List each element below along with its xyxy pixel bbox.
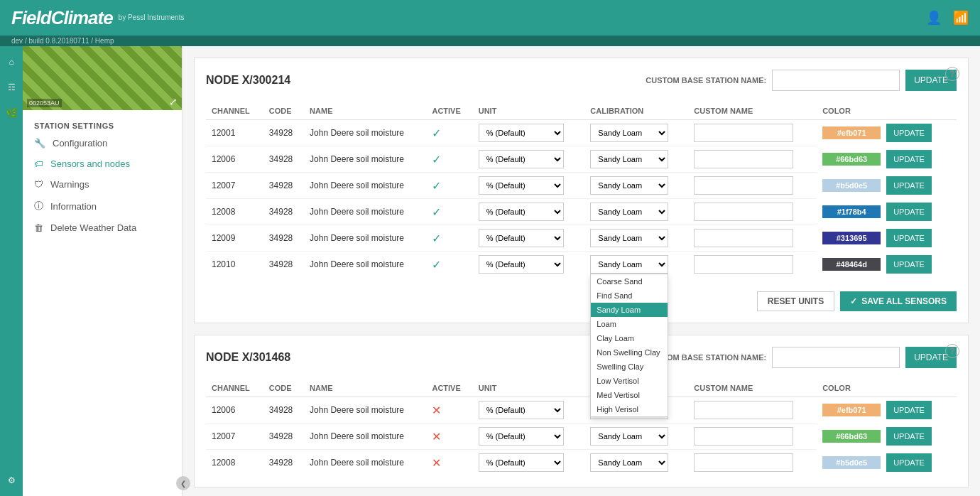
row-update-button[interactable]: UPDATE xyxy=(886,203,932,221)
color-swatch[interactable]: #b5d0e5 xyxy=(822,179,881,192)
color-swatch[interactable]: #66bd63 xyxy=(822,153,881,166)
calibration-select[interactable]: Sandy Loam xyxy=(590,427,668,446)
calibration-option[interactable]: Coarse Sand xyxy=(591,274,668,289)
sidebar-collapse-button[interactable]: ❮ xyxy=(176,476,190,490)
unit-select[interactable]: % (Default) xyxy=(479,203,564,221)
custom-name-input[interactable] xyxy=(694,229,793,247)
node2-custom-name-area: CUSTOM BASE STATION NAME: UPDATE xyxy=(646,347,957,368)
unit-select[interactable]: % (Default) xyxy=(479,124,564,142)
cell-unit: % (Default) xyxy=(473,120,585,146)
chart-icon[interactable]: ☶ xyxy=(1,77,21,97)
cell-code: 34928 xyxy=(263,225,304,252)
col-custom-name: CUSTOM NAME xyxy=(688,102,817,120)
cell-channel: 12006 xyxy=(206,146,263,173)
sidebar-item-delete[interactable]: 🗑 Delete Weather Data xyxy=(23,217,182,238)
sidebar-label-information: Information xyxy=(50,201,97,212)
custom-name-input[interactable] xyxy=(694,427,793,446)
calibration-option[interactable]: Loam xyxy=(591,317,668,331)
custom-name-input[interactable] xyxy=(694,401,793,419)
cell-name: John Deere soil moisture xyxy=(304,225,426,252)
unit-select[interactable]: % (Default) xyxy=(479,150,564,168)
save-all-sensors-button[interactable]: ✓ SAVE ALL SENSORS xyxy=(840,291,957,311)
color-swatch[interactable]: #1f78b4 xyxy=(822,205,881,218)
row-update-button[interactable]: UPDATE xyxy=(886,176,932,195)
custom-name-input[interactable] xyxy=(694,150,793,168)
sidebar-label-warnings: Warnings xyxy=(50,179,89,190)
color-swatch[interactable]: #b5d0e5 xyxy=(822,456,881,469)
image-expand-icon[interactable]: ⤢ xyxy=(169,96,178,107)
wifi-icon[interactable]: 📶 xyxy=(953,10,969,26)
row-update-button[interactable]: UPDATE xyxy=(886,401,932,419)
col-calibration: CALIBRATION xyxy=(584,102,688,120)
unit-select[interactable]: % (Default) xyxy=(479,427,564,446)
node2-custom-name-input[interactable] xyxy=(772,347,900,368)
cell-unit: % (Default) xyxy=(473,252,585,278)
calibration-option[interactable]: Non Swelling Clay xyxy=(591,345,668,360)
custom-name-input[interactable] xyxy=(694,203,793,221)
custom-name-input[interactable] xyxy=(694,124,793,142)
calibration-option[interactable]: Find Sand xyxy=(591,289,668,303)
main-layout: ⌂ ☶ 🌿 ⚙ 002053AU ⤢ STATION SETTINGS 🔧 Co… xyxy=(0,46,980,496)
cell-active: ✓ xyxy=(426,173,472,199)
calibration-select[interactable]: Sandy Loam xyxy=(590,176,668,195)
calibration-option[interactable]: Low Vertisol xyxy=(591,374,668,388)
node1-custom-name-input[interactable] xyxy=(772,70,900,91)
calibration-select[interactable]: Sandy Loam xyxy=(590,150,668,168)
calibration-select[interactable]: Sandy Loam xyxy=(590,453,668,472)
reset-units-button[interactable]: RESET UNITS xyxy=(757,291,834,311)
cell-unit: % (Default) xyxy=(473,225,585,252)
unit-select[interactable]: % (Default) xyxy=(479,255,564,274)
color-swatch[interactable]: #efb071 xyxy=(822,404,881,416)
calibration-select[interactable]: Sandy Loam xyxy=(590,203,668,221)
custom-name-input[interactable] xyxy=(694,255,793,274)
cell-channel: 12006 xyxy=(206,397,263,424)
row-update-button[interactable]: UPDATE xyxy=(886,124,932,142)
row-update-button[interactable]: UPDATE xyxy=(886,150,932,168)
cell-channel: 12001 xyxy=(206,120,263,146)
calibration-select[interactable]: Sandy Loam xyxy=(590,229,668,247)
table-row: 1200634928John Deere soil moisture✓% (De… xyxy=(206,146,957,173)
calibration-option[interactable]: Med Vertisol xyxy=(591,388,668,402)
calibration-select[interactable]: Sandy Loam xyxy=(590,124,668,142)
sidebar-item-configuration[interactable]: 🔧 Configuration xyxy=(23,133,182,153)
cell-calibration: Sandy LoamCoarse SandFind SandSandy Loam… xyxy=(584,252,688,278)
row-update-button[interactable]: UPDATE xyxy=(886,255,932,274)
cell-unit: % (Default) xyxy=(473,450,585,476)
row-update-button[interactable]: UPDATE xyxy=(886,427,932,446)
brand-name: FieldClimate xyxy=(11,7,113,29)
sidebar-item-information[interactable]: ⓘ Information xyxy=(23,195,182,217)
color-swatch[interactable]: #66bd63 xyxy=(822,430,881,443)
sidebar-item-sensors-nodes[interactable]: 🏷 Sensors and nodes xyxy=(23,153,182,174)
brand-subtitle: by Pessl Instruments xyxy=(119,14,185,22)
table-row: 1200734928John Deere soil moisture✓% (De… xyxy=(206,173,957,199)
calibration-option[interactable]: Clay Loam xyxy=(591,331,668,345)
sidebar-item-warnings[interactable]: 🛡 Warnings xyxy=(23,174,182,195)
calibration-option[interactable]: High Verisol xyxy=(591,402,668,416)
color-swatch[interactable]: #48464d xyxy=(822,258,881,271)
row-update-button[interactable]: UPDATE xyxy=(886,453,932,472)
unit-select[interactable]: % (Default) xyxy=(479,453,564,472)
node2-help-icon[interactable]: ? xyxy=(945,344,959,358)
calibration-select[interactable]: Sandy Loam xyxy=(590,255,668,274)
gear-icon[interactable]: ⚙ xyxy=(1,470,21,490)
custom-name-input[interactable] xyxy=(694,176,793,195)
unit-select[interactable]: % (Default) xyxy=(479,401,564,419)
leaf-icon[interactable]: 🌿 xyxy=(1,103,21,123)
color-swatch[interactable]: #313695 xyxy=(822,232,881,244)
cell-code: 34928 xyxy=(263,252,304,278)
color-swatch[interactable]: #efb071 xyxy=(822,126,881,139)
cell-custom-name xyxy=(688,146,817,173)
unit-select[interactable]: % (Default) xyxy=(479,176,564,195)
node1-title: NODE X/300214 xyxy=(206,74,290,87)
cell-unit: % (Default) xyxy=(473,146,585,173)
calibration-option[interactable]: Sandy Loam xyxy=(591,303,668,317)
unit-select[interactable]: % (Default) xyxy=(479,229,564,247)
cell-custom-name xyxy=(688,450,817,476)
person-icon[interactable]: 👤 xyxy=(926,10,942,26)
home-icon[interactable]: ⌂ xyxy=(1,52,21,72)
trash-icon: 🗑 xyxy=(34,222,43,233)
calibration-option[interactable]: Swelling Clay xyxy=(591,360,668,374)
row-update-button[interactable]: UPDATE xyxy=(886,229,932,247)
custom-name-input[interactable] xyxy=(694,453,793,472)
node1-help-icon[interactable]: ? xyxy=(945,67,959,81)
